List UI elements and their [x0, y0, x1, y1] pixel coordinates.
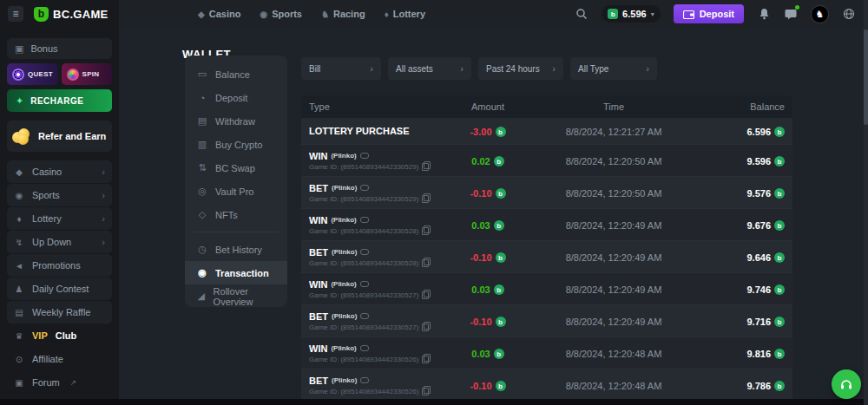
copy-icon[interactable] [422, 291, 429, 299]
chat-icon[interactable] [784, 7, 798, 21]
wallet-menu-item-rollover-overview[interactable]: ◢Rollover Overview [185, 284, 287, 308]
table-row[interactable]: BET(Plinko)Game ID: (8951408934442330528… [301, 240, 792, 272]
copy-icon[interactable] [422, 227, 429, 235]
gold-coins-icon [12, 128, 31, 144]
link-icon[interactable] [360, 281, 369, 287]
filter-dropdown-type[interactable]: All Type› [570, 57, 657, 80]
sidebar-item-weekly-raffle[interactable]: ▤Weekly Raffle [7, 301, 112, 323]
balance-value: 9.596 [746, 156, 771, 167]
cell-balance: 9.716b [683, 313, 792, 329]
wallet-menu-item-buy-crypto[interactable]: ▥Buy Crypto [185, 133, 287, 156]
sidebar-item-daily-contest[interactable]: ♟Daily Contest [7, 278, 112, 300]
bcd-coin-icon: b [608, 9, 618, 19]
link-icon[interactable] [360, 313, 369, 319]
column-header-balance: Balance [683, 101, 792, 112]
link-icon[interactable] [360, 185, 369, 191]
sidebar-item-sports[interactable]: ◉Sports› [7, 184, 112, 206]
link-icon[interactable] [360, 249, 369, 255]
deposit-button[interactable]: Deposit [674, 4, 744, 23]
bcd-coin-icon: b [774, 156, 785, 167]
nav-item-sports[interactable]: ◉Sports [260, 9, 302, 19]
table-row[interactable]: WIN(Plinko)Game ID: (8951408934442330528… [301, 208, 792, 240]
balance-value: 6.596 [622, 9, 647, 19]
table-row[interactable]: BET(Plinko)Game ID: (8951408934442330526… [301, 369, 792, 399]
time-value: 8/8/2024, 12:21:27 AM [566, 127, 662, 137]
user-avatar[interactable]: ♞ [811, 5, 829, 23]
game-id-line: Game ID: (8951408934442330528) [309, 227, 431, 235]
copy-icon[interactable] [422, 195, 429, 203]
cell-balance: 9.676b [683, 217, 792, 232]
game-name: (Plinko) [331, 152, 356, 160]
wallet-menu-item-transaction[interactable]: ◉Transaction [185, 261, 287, 284]
balance-selector[interactable]: b 6.596 ▾ [602, 5, 661, 23]
quest-label: QUEST [28, 70, 53, 78]
table-row[interactable]: BET(Plinko)Game ID: (8951408934442330527… [301, 304, 792, 336]
amount-value: 0.02 [471, 156, 490, 167]
refer-and-earn-button[interactable]: Refer and Earn [7, 121, 112, 152]
link-icon[interactable] [360, 153, 369, 159]
type-line: WIN(Plinko) [309, 343, 431, 354]
withdraw-icon: ▤ [197, 115, 207, 127]
quest-tile[interactable]: QUEST [7, 63, 58, 85]
sidebar-item-updown[interactable]: ↯Up Down› [7, 231, 112, 253]
bcd-coin-icon: b [774, 127, 785, 137]
wallet-menu-item-nfts[interactable]: ◇NFTs [185, 203, 287, 226]
sidebar-item-affiliate[interactable]: ⊙Affiliate [7, 348, 112, 370]
filter-dropdown-assets[interactable]: All assets› [388, 57, 471, 80]
wallet-menu-item-balance[interactable]: ▭Balance [185, 62, 287, 86]
bonus-button[interactable]: ▣ Bonus [7, 38, 112, 59]
top-bar-right: b 6.596 ▾ Deposit ♞ [575, 0, 856, 28]
copy-icon[interactable] [422, 323, 429, 331]
copy-icon[interactable] [422, 388, 429, 395]
sidebar-item-casino[interactable]: ◆Casino› [7, 160, 112, 183]
wallet-menu-item-vault-pro[interactable]: ◎Vault Pro [185, 180, 287, 203]
wallet-menu-item-withdraw[interactable]: ▤Withdraw [185, 109, 287, 133]
filter-dropdown-bill[interactable]: Bill› [301, 57, 381, 80]
copy-icon[interactable] [422, 356, 429, 363]
game-id-line: Game ID: (8951408934442330529) [309, 195, 431, 203]
scrollbar-thumb[interactable] [864, 29, 868, 125]
sidebar-item-vip-club[interactable]: ♛VIP Club [7, 324, 112, 347]
nav-item-casino[interactable]: ◆Casino [198, 9, 240, 19]
nav-item-lottery[interactable]: ♦Lottery [385, 9, 425, 19]
table-row[interactable]: WIN(Plinko)Game ID: (8951408934442330529… [301, 144, 792, 176]
amount-value: 0.03 [471, 220, 490, 231]
spin-tile[interactable]: SPIN [62, 63, 113, 85]
filter-dropdown-period[interactable]: Past 24 hours› [478, 57, 563, 80]
link-icon[interactable] [360, 377, 369, 383]
link-icon[interactable] [360, 345, 369, 351]
notifications-bell-icon[interactable] [757, 7, 771, 21]
transaction-type: BET [309, 311, 328, 322]
game-id-line: Game ID: (8951408934442330529) [309, 163, 431, 171]
chevron-right-icon: › [370, 63, 373, 74]
table-row[interactable]: WIN(Plinko)Game ID: (8951408934442330527… [301, 272, 792, 304]
support-button[interactable] [832, 369, 861, 399]
wallet-menu-item-deposit[interactable]: ◔Deposit [185, 86, 287, 109]
wallet-menu-item-bc-swap[interactable]: ⇅BC Swap [185, 156, 287, 180]
wallet-menu-item-bet-history[interactable]: ◷Bet History [185, 238, 287, 261]
transaction-icon: ◉ [197, 267, 207, 278]
hamburger-menu-icon[interactable]: ≡ [8, 6, 23, 22]
search-icon[interactable] [575, 7, 589, 21]
nav-item-racing[interactable]: ♞Racing [321, 9, 365, 19]
link-icon[interactable] [360, 217, 369, 223]
cell-balance: 9.816b [683, 345, 792, 361]
logo[interactable]: b BC.GAME [34, 7, 108, 22]
table-row[interactable]: LOTTERY PURCHASE-3.00b8/8/2024, 12:21:27… [301, 118, 792, 144]
sidebar-item-forum[interactable]: ▣Forum↗ [7, 371, 112, 394]
recharge-button[interactable]: ✦ RECHARGE [7, 89, 112, 112]
table-row[interactable]: BET(Plinko)Game ID: (8951408934442330529… [301, 176, 792, 208]
sidebar-item-promotions[interactable]: ◄Promotions [7, 254, 112, 277]
table-row[interactable]: WIN(Plinko)Game ID: (8951408934442330526… [301, 336, 792, 369]
copy-icon[interactable] [422, 259, 429, 267]
sidebar-item-label: Forum [32, 377, 60, 388]
page-scrollbar[interactable] [864, 0, 868, 405]
type-line: BET(Plinko) [309, 311, 431, 322]
sidebar-item-lottery[interactable]: ♦Lottery› [7, 207, 112, 230]
language-globe-icon[interactable] [842, 7, 856, 21]
bonus-label: Bonus [30, 43, 57, 54]
cell-time: 8/8/2024, 12:20:49 AM [544, 313, 683, 329]
copy-icon[interactable] [422, 163, 429, 171]
nav-item-label: Lottery [393, 9, 425, 19]
bcd-coin-icon: b [496, 317, 506, 327]
